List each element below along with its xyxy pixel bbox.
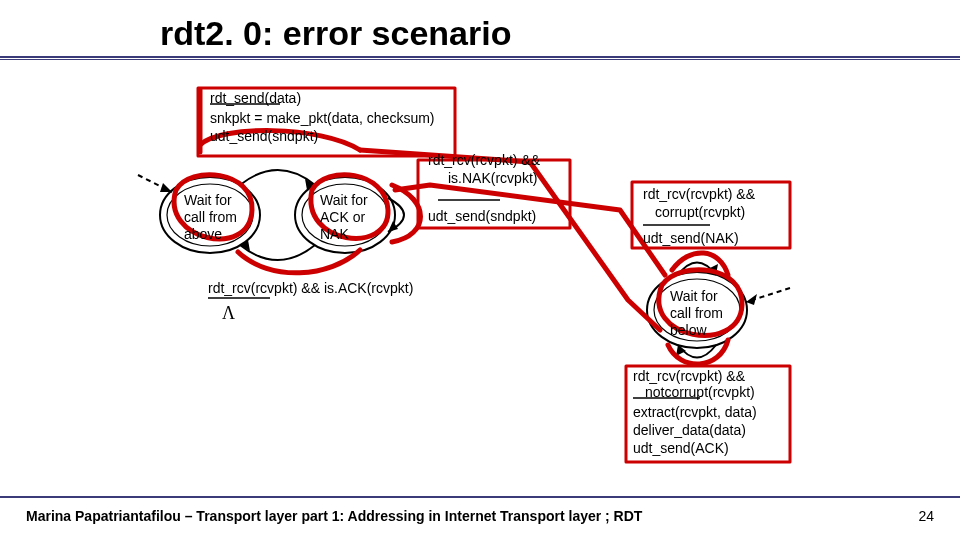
state-wait-above: Wait for call from above	[184, 192, 237, 242]
fsm-diagram: rdt_send(data) snkpkt = make_pkt(data, c…	[0, 70, 960, 480]
rx-ok-a1: extract(rcvpkt, data)	[633, 404, 757, 422]
send-event: rdt_send(data)	[210, 90, 301, 108]
title-underline-2	[0, 59, 960, 60]
state-wait-ack: Wait for ACK or NAK	[320, 192, 368, 242]
footer-rule	[0, 496, 960, 498]
rx-ok-c1: rdt_rcv(rcvpkt) &&	[633, 368, 745, 386]
nak-action: udt_send(sndpkt)	[428, 208, 536, 226]
ack-cond: rdt_rcv(rcvpkt) && is.ACK(rcvpkt)	[208, 280, 413, 298]
svg-marker-14	[746, 294, 757, 305]
rx-ok-a2: deliver_data(data)	[633, 422, 746, 440]
nak-cond-1: rdt_rcv(rcvpkt) &&	[428, 152, 540, 170]
ack-lambda: Λ	[222, 302, 235, 325]
slide-title: rdt2. 0: error scenario	[160, 14, 511, 53]
svg-marker-7	[160, 183, 172, 192]
send-action-1: snkpkt = make_pkt(data, checksum)	[210, 110, 435, 128]
rx-ok-a3: udt_send(ACK)	[633, 440, 729, 458]
page-number: 24	[918, 508, 934, 524]
rx-corrupt-c2: corrupt(rcvpkt)	[655, 204, 745, 222]
state-wait-below: Wait for call from below	[670, 288, 723, 338]
rx-ok-c2: notcorrupt(rcvpkt)	[645, 384, 755, 402]
footer-text: Marina Papatriantafilou – Transport laye…	[26, 508, 642, 524]
title-underline	[0, 56, 960, 58]
send-action-2: udt_send(sndpkt)	[210, 128, 318, 146]
slide: rdt2. 0: error scenario	[0, 0, 960, 540]
rx-corrupt-act: udt_send(NAK)	[643, 230, 739, 248]
diagram-svg	[0, 70, 960, 480]
rx-corrupt-c1: rdt_rcv(rcvpkt) &&	[643, 186, 755, 204]
nak-cond-2: is.NAK(rcvpkt)	[448, 170, 537, 188]
